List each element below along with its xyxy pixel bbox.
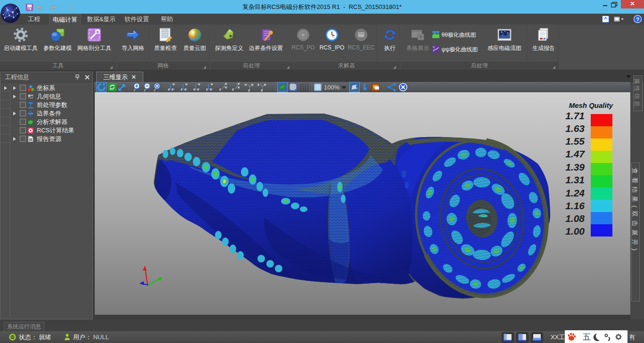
- svg-text:z: z: [172, 87, 173, 91]
- svg-text:z: z: [181, 87, 182, 91]
- svg-text:?: ?: [636, 16, 639, 22]
- svg-text:x: x: [193, 87, 196, 91]
- svg-text:z: z: [197, 87, 199, 91]
- svg-text:v: v: [173, 82, 175, 86]
- svg-text:z: z: [206, 87, 208, 91]
- svg-text:z: z: [248, 88, 250, 92]
- svg-text:z: z: [257, 82, 259, 87]
- svg-text:五: 五: [583, 333, 591, 342]
- svg-text:v: v: [198, 82, 200, 86]
- svg-text:x: x: [184, 87, 187, 91]
- svg-text:x: x: [168, 87, 170, 91]
- svg-text:x: x: [238, 85, 240, 90]
- svg-text:v: v: [185, 82, 188, 86]
- svg-text:x: x: [251, 82, 254, 87]
- svg-text:z: z: [232, 87, 234, 91]
- svg-text:v: v: [225, 85, 227, 90]
- svg-text:x: x: [210, 87, 212, 91]
- svg-text:100%: 100%: [324, 84, 340, 91]
- svg-text:z: z: [219, 87, 221, 91]
- svg-text:x: x: [261, 88, 263, 92]
- svg-text:v: v: [245, 82, 247, 87]
- svg-text:v: v: [264, 82, 266, 87]
- svg-text:v: v: [211, 82, 213, 86]
